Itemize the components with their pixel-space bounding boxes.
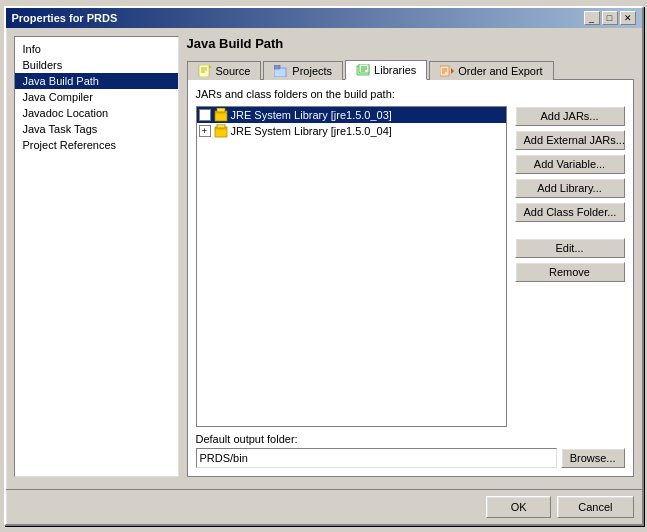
list-and-content: + JRE System Library [jre1.5.0_03] xyxy=(196,106,507,427)
library-item-label-1: JRE System Library [jre1.5.0_03] xyxy=(231,109,392,121)
button-separator xyxy=(515,226,625,234)
projects-tab-label: Projects xyxy=(292,65,332,77)
edit-button[interactable]: Edit... xyxy=(515,238,625,258)
svg-rect-0 xyxy=(199,65,209,77)
projects-tab-icon xyxy=(274,65,288,77)
tab-bar: Source Projects xyxy=(187,59,634,79)
minimize-button[interactable]: _ xyxy=(584,11,600,25)
footer: OK Cancel xyxy=(6,489,642,524)
expand-btn-2[interactable]: + xyxy=(199,125,211,137)
output-input[interactable] xyxy=(196,448,557,468)
window-title: Properties for PRDS xyxy=(12,12,118,24)
jar-icon-2 xyxy=(213,124,229,138)
sidebar-item-java-compiler[interactable]: Java Compiler xyxy=(15,89,178,105)
svg-marker-16 xyxy=(451,68,454,74)
properties-dialog: Properties for PRDS _ □ ✕ Info Builders … xyxy=(4,6,644,526)
add-class-folder-button[interactable]: Add Class Folder... xyxy=(515,202,625,222)
svg-rect-8 xyxy=(359,64,369,73)
jar-icon-1 xyxy=(213,108,229,122)
svg-rect-18 xyxy=(217,108,225,112)
svg-rect-6 xyxy=(274,65,280,69)
order-tab-label: Order and Export xyxy=(458,65,542,77)
sidebar-item-project-references[interactable]: Project References xyxy=(15,137,178,153)
order-tab-icon xyxy=(440,65,454,77)
libraries-tab-label: Libraries xyxy=(374,64,416,76)
ok-button[interactable]: OK xyxy=(486,496,551,518)
remove-button[interactable]: Remove xyxy=(515,262,625,282)
cancel-button[interactable]: Cancel xyxy=(557,496,633,518)
expand-icon-2: + xyxy=(199,124,229,138)
main-panel: Java Build Path Source xyxy=(187,36,634,477)
tab-projects[interactable]: Projects xyxy=(263,61,343,80)
close-button[interactable]: ✕ xyxy=(620,11,636,25)
main-content-row: + JRE System Library [jre1.5.0_03] xyxy=(196,106,625,427)
title-bar-buttons: _ □ ✕ xyxy=(584,11,636,25)
libraries-tab-icon xyxy=(356,64,370,76)
library-item-2[interactable]: + JRE System Library [jre1.5.0_04] xyxy=(197,123,506,139)
tab-source[interactable]: Source xyxy=(187,61,262,80)
source-tab-icon xyxy=(198,65,212,77)
output-label: Default output folder: xyxy=(196,433,625,445)
svg-rect-20 xyxy=(215,127,227,137)
window-body: Info Builders Java Build Path Java Compi… xyxy=(6,28,642,485)
add-jars-button[interactable]: Add JARs... xyxy=(515,106,625,126)
sidebar-item-builders[interactable]: Builders xyxy=(15,57,178,73)
tab-libraries[interactable]: Libraries xyxy=(345,60,427,80)
svg-rect-17 xyxy=(215,111,227,121)
maximize-button[interactable]: □ xyxy=(602,11,618,25)
sidebar: Info Builders Java Build Path Java Compi… xyxy=(14,36,179,477)
output-section: Default output folder: Browse... xyxy=(196,427,625,468)
button-panel: Add JARs... Add External JARs... Add Var… xyxy=(515,106,625,427)
panel-title: Java Build Path xyxy=(187,36,634,51)
title-bar: Properties for PRDS _ □ ✕ xyxy=(6,8,642,28)
source-tab-label: Source xyxy=(216,65,251,77)
expand-btn-1[interactable]: + xyxy=(199,109,211,121)
libraries-list[interactable]: + JRE System Library [jre1.5.0_03] xyxy=(196,106,507,427)
sidebar-item-java-task-tags[interactable]: Java Task Tags xyxy=(15,121,178,137)
add-variable-button[interactable]: Add Variable... xyxy=(515,154,625,174)
content-area: JARs and class folders on the build path… xyxy=(187,79,634,477)
library-item-label-2: JRE System Library [jre1.5.0_04] xyxy=(231,125,392,137)
tab-order-and-export[interactable]: Order and Export xyxy=(429,61,553,80)
sidebar-item-java-build-path[interactable]: Java Build Path xyxy=(15,73,178,89)
jars-label: JARs and class folders on the build path… xyxy=(196,88,625,100)
svg-rect-5 xyxy=(274,68,286,77)
svg-rect-21 xyxy=(217,124,225,128)
add-external-jars-button[interactable]: Add External JARs... xyxy=(515,130,625,150)
sidebar-item-info[interactable]: Info xyxy=(15,41,178,57)
expand-icon-1: + xyxy=(199,108,229,122)
output-row: Browse... xyxy=(196,448,625,468)
library-item-1[interactable]: + JRE System Library [jre1.5.0_03] xyxy=(197,107,506,123)
add-library-button[interactable]: Add Library... xyxy=(515,178,625,198)
svg-marker-4 xyxy=(209,65,212,68)
sidebar-item-javadoc-location[interactable]: Javadoc Location xyxy=(15,105,178,121)
browse-button[interactable]: Browse... xyxy=(561,448,625,468)
